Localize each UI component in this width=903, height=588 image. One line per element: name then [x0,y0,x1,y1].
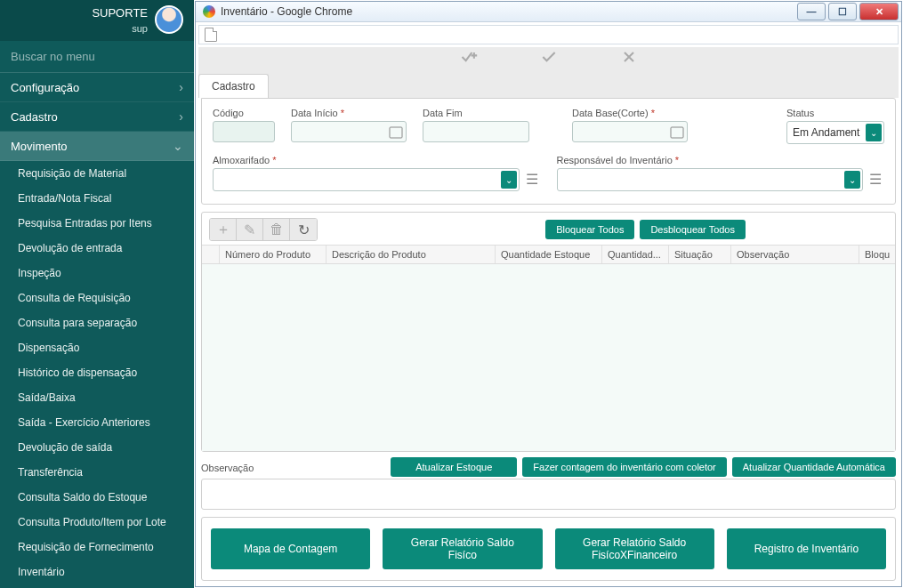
add-row-button[interactable]: ＋ [210,219,237,240]
almox-label: Almoxarifado [213,155,541,165]
almox-select[interactable]: ⌄ [213,168,520,191]
minimize-button[interactable]: — [797,3,826,20]
avatar[interactable] [155,5,183,34]
window: Inventário - Google Chrome — ☐ ✕ Cadastr… [195,1,902,587]
data-fim-label: Data Fim [423,108,529,118]
sidebar-item[interactable]: Devolução de saída [0,435,194,460]
chrome-icon [203,5,215,18]
mapa-contagem-button[interactable]: Mapa de Contagem [211,528,370,569]
data-fim-input[interactable] [423,121,529,142]
unblock-all-button[interactable]: Desbloquear Todos [640,220,746,239]
bottom-panel: Mapa de Contagem Gerar Relatório Saldo F… [201,517,896,581]
observacao-label: Observação [201,457,272,473]
col-qestoque[interactable]: Quantidade Estoque [496,246,602,263]
nav-configuracao[interactable]: Configuração › [0,73,194,102]
nav-items: Requisição de MaterialEntrada/Nota Fisca… [0,161,194,588]
confirm-add-icon[interactable] [460,48,478,69]
edit-row-button[interactable]: ✎ [237,219,263,240]
col-situacao[interactable]: Situação [669,246,731,263]
svg-rect-1 [671,127,683,138]
chevron-down-icon: ⌄ [173,139,183,153]
sidebar-item[interactable]: Consulta Produto/Item por Lote [0,510,194,535]
atualizar-auto-button[interactable]: Atualizar Quantidade Automática [732,457,896,477]
data-base-label: Data Base(Corte) [572,108,688,118]
menu-search [0,41,194,73]
grid-body[interactable] [202,264,895,451]
chevron-down-icon: ⌄ [844,171,860,189]
sidebar-item[interactable]: Consulta para separação [0,310,194,335]
col-numero[interactable]: Número do Produto [220,246,327,263]
search-input[interactable] [11,50,183,63]
chevron-right-icon: › [179,109,183,124]
data-inicio-label: Data Início [291,108,407,118]
sidebar-header: SUPORTE sup [0,0,194,41]
sidebar-item[interactable]: Devolução de entrada [0,236,194,261]
tab-cadastro[interactable]: Cadastro [198,74,269,98]
resp-label: Responsável do Inventário [557,155,885,165]
col-observacao[interactable]: Observação [731,246,859,263]
maximize-button[interactable]: ☐ [828,3,857,20]
chevron-down-icon: ⌄ [501,171,517,189]
sidebar-item[interactable]: Inventário [0,560,194,584]
list-icon[interactable]: ☰ [523,168,541,189]
sidebar-item[interactable]: Transferência [0,460,194,485]
codigo-input[interactable] [213,121,275,142]
codigo-label: Código [213,108,275,118]
col-quantidade[interactable]: Quantidad... [602,246,669,263]
refresh-button[interactable]: ↻ [290,219,317,240]
observacao-textarea[interactable] [201,479,896,510]
grid-header: Número do Produto Descrição do Produto Q… [202,245,895,264]
action-bar [198,47,899,70]
sidebar-item[interactable]: Requisição de Material [0,161,194,186]
new-document-icon[interactable] [205,28,217,42]
confirm-icon[interactable] [540,48,558,69]
nav-label: Configuração [11,81,79,94]
nav-label: Cadastro [11,110,58,124]
delete-row-button[interactable]: 🗑 [263,219,290,240]
resp-select[interactable]: ⌄ [557,168,864,191]
svg-rect-0 [390,127,402,138]
grid-panel: ＋ ✎ 🗑 ↻ Bloquear Todos Desbloquear Todos… [201,212,896,452]
sidebar-item[interactable]: Consulta de Requisição [0,286,194,310]
tab-strip: Cadastro [198,70,899,98]
form-panel: Código Data Início Data Fim Data Base(Co… [201,98,896,205]
sidebar-item[interactable]: Requisição de Fornecimento [0,535,194,560]
user-sub: sup [92,23,148,34]
sidebar-item[interactable]: Autorização de Requisições [0,584,194,588]
col-bloqu[interactable]: Bloqu [859,246,895,263]
calendar-icon[interactable] [389,125,403,139]
atualizar-estoque-button[interactable]: Atualizar Estoque [391,457,517,477]
sidebar-item[interactable]: Saída - Exercício Anteriores [0,410,194,435]
titlebar: Inventário - Google Chrome — ☐ ✕ [196,2,901,22]
nav-movimento[interactable]: Movimento ⌄ [0,132,194,161]
chevron-right-icon: › [179,80,183,94]
sidebar-item[interactable]: Saída/Baixa [0,385,194,410]
chevron-down-icon: ⌄ [866,124,882,141]
registro-inventario-button[interactable]: Registro de Inventário [727,528,886,569]
sidebar-item[interactable]: Dispensação [0,335,194,360]
document-toolbar [198,25,899,44]
sidebar-item[interactable]: Entrada/Nota Fiscal [0,186,194,211]
nav-label: Movimento [11,140,68,153]
sidebar-item[interactable]: Histórico de dispensação [0,360,194,385]
status-select[interactable]: Em Andament ⌄ [786,121,884,144]
rel-saldo-fisico-button[interactable]: Gerar Relatório Saldo Fisíco [383,528,542,569]
sidebar-item[interactable]: Pesquisa Entradas por Itens [0,211,194,236]
status-label: Status [786,108,884,118]
col-descricao[interactable]: Descrição do Produto [327,246,496,263]
contagem-coletor-button[interactable]: Fazer contagem do inventário com coletor [522,457,726,477]
status-value: Em Andament [793,126,859,139]
window-title: Inventário - Google Chrome [221,5,352,18]
cancel-icon[interactable] [620,48,638,69]
calendar-icon[interactable] [670,125,684,139]
sidebar: SUPORTE sup Configuração › Cadastro › Mo… [0,0,194,588]
nav-cadastro[interactable]: Cadastro › [0,102,194,132]
rel-saldo-financeiro-button[interactable]: Gerar Relatório Saldo FisícoXFinanceiro [555,528,714,569]
sidebar-item[interactable]: Consulta Saldo do Estoque [0,485,194,510]
list-icon[interactable]: ☰ [867,168,884,189]
block-all-button[interactable]: Bloquear Todos [545,220,634,239]
close-button[interactable]: ✕ [859,3,899,20]
sidebar-item[interactable]: Inspeção [0,261,194,286]
user-title: SUPORTE [92,6,148,20]
